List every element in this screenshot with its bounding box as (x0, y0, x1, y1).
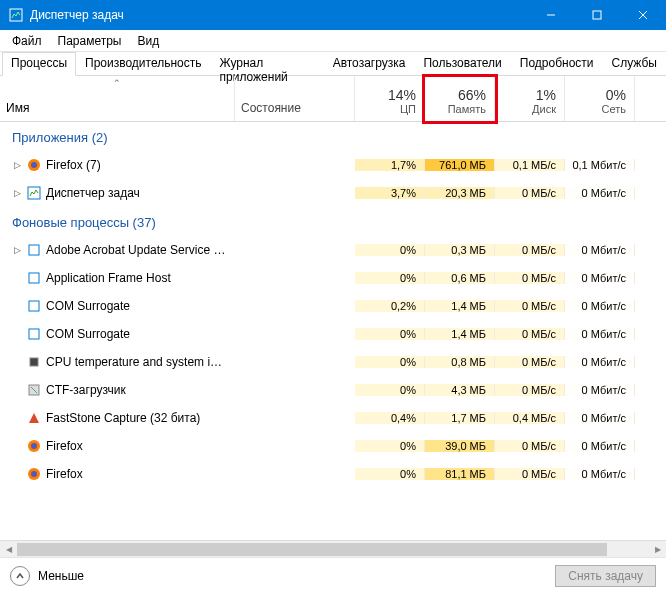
footer: Меньше Снять задачу (0, 557, 666, 593)
cpu-val: 0% (355, 468, 425, 480)
net-label: Сеть (602, 103, 626, 115)
disk-label: Диск (532, 103, 556, 115)
mem-val: 1,7 МБ (425, 412, 495, 424)
col-state-header[interactable]: Состояние (235, 76, 355, 121)
tab-processes[interactable]: Процессы (2, 52, 76, 76)
col-net-header[interactable]: 0% Сеть (565, 76, 635, 121)
net-val: 0 Мбит/с (565, 300, 635, 312)
faststone-icon (26, 410, 42, 426)
taskmgr-icon (8, 7, 24, 23)
cpu-total-pct: 14% (388, 87, 416, 103)
tab-app-history[interactable]: Журнал приложений (211, 52, 324, 75)
generic-app-icon (26, 270, 42, 286)
horizontal-scrollbar[interactable]: ◀ ▶ (0, 540, 666, 557)
col-state-label: Состояние (241, 101, 301, 115)
mem-val: 0,6 МБ (425, 272, 495, 284)
disk-val: 0 МБ/с (495, 244, 565, 256)
net-val: 0 Мбит/с (565, 384, 635, 396)
tab-performance[interactable]: Производительность (76, 52, 210, 75)
process-name: Firefox (46, 439, 83, 453)
cpu-val: 0% (355, 384, 425, 396)
net-val: 0 Мбит/с (565, 468, 635, 480)
disk-val: 0 МБ/с (495, 300, 565, 312)
col-name-header[interactable]: ⌃ Имя (0, 76, 235, 121)
process-name: Firefox (7) (46, 158, 101, 172)
tab-startup[interactable]: Автозагрузка (324, 52, 415, 75)
disk-val: 0,1 МБ/с (495, 159, 565, 171)
row-com2[interactable]: ▷ COM Surrogate 0% 1,4 МБ 0 МБ/с 0 Мбит/… (0, 320, 666, 348)
cpu-val: 0% (355, 356, 425, 368)
expander-icon[interactable]: ▷ (12, 245, 22, 255)
row-firefox-a[interactable]: ▷ Firefox 0% 39,0 МБ 0 МБ/с 0 Мбит/с (0, 432, 666, 460)
row-appframe[interactable]: ▷ Application Frame Host 0% 0,6 МБ 0 МБ/… (0, 264, 666, 292)
disk-val: 0,4 МБ/с (495, 412, 565, 424)
firefox-icon (26, 438, 42, 454)
expander-icon[interactable]: ▷ (12, 160, 22, 170)
taskmgr-app-icon (26, 185, 42, 201)
svg-point-16 (31, 443, 37, 449)
col-memory-header[interactable]: 66% Память (425, 76, 495, 121)
expander-icon[interactable]: ▷ (12, 188, 22, 198)
row-cputemp[interactable]: ▷ CPU temperature and system in... 0% 0,… (0, 348, 666, 376)
disk-val: 0 МБ/с (495, 468, 565, 480)
col-name-label: Имя (6, 101, 29, 115)
menubar: Файл Параметры Вид (0, 30, 666, 52)
tab-users[interactable]: Пользователи (414, 52, 510, 75)
svg-rect-2 (593, 11, 601, 19)
row-taskmgr[interactable]: ▷ Диспетчер задач 3,7% 20,3 МБ 0 МБ/с 0 … (0, 179, 666, 207)
column-headers: ⌃ Имя Состояние 14% ЦП 66% Память 1% Дис… (0, 76, 666, 122)
firefox-icon (26, 157, 42, 173)
row-com1[interactable]: ▷ COM Surrogate 0,2% 1,4 МБ 0 МБ/с 0 Мби… (0, 292, 666, 320)
net-val: 0 Мбит/с (565, 356, 635, 368)
row-acrobat[interactable]: ▷ Adobe Acrobat Update Service (... 0% 0… (0, 236, 666, 264)
net-val: 0 Мбит/с (565, 440, 635, 452)
fewer-details-button[interactable] (10, 566, 30, 586)
cpu-val: 0% (355, 244, 425, 256)
menu-file[interactable]: Файл (4, 32, 50, 50)
row-firefox7[interactable]: ▷ Firefox (7) 1,7% 761,0 МБ 0,1 МБ/с 0,1… (0, 151, 666, 179)
col-disk-header[interactable]: 1% Диск (495, 76, 565, 121)
scrollbar-track[interactable] (17, 541, 649, 558)
cpu-val: 0,4% (355, 412, 425, 424)
mem-val: 81,1 МБ (425, 468, 495, 480)
disk-val: 0 МБ/с (495, 384, 565, 396)
mem-val: 39,0 МБ (425, 440, 495, 452)
close-button[interactable] (620, 0, 666, 30)
memory-label: Память (448, 103, 486, 115)
row-firefox-b[interactable]: ▷ Firefox 0% 81,1 МБ 0 МБ/с 0 Мбит/с (0, 460, 666, 488)
disk-val: 0 МБ/с (495, 440, 565, 452)
disk-val: 0 МБ/с (495, 356, 565, 368)
disk-val: 0 МБ/с (495, 328, 565, 340)
net-val: 0 Мбит/с (565, 412, 635, 424)
net-val: 0 Мбит/с (565, 328, 635, 340)
row-ctf[interactable]: ▷ CTF-загрузчик 0% 4,3 МБ 0 МБ/с 0 Мбит/… (0, 376, 666, 404)
net-total-pct: 0% (606, 87, 626, 103)
row-faststone[interactable]: ▷ FastStone Capture (32 бита) 0,4% 1,7 М… (0, 404, 666, 432)
process-name: Диспетчер задач (46, 186, 140, 200)
scroll-left-arrow[interactable]: ◀ (0, 541, 17, 558)
process-name: CTF-загрузчик (46, 383, 126, 397)
tab-details[interactable]: Подробности (511, 52, 603, 75)
svg-point-18 (31, 471, 37, 477)
menu-view[interactable]: Вид (129, 32, 167, 50)
minimize-button[interactable] (528, 0, 574, 30)
scroll-right-arrow[interactable]: ▶ (649, 541, 666, 558)
col-cpu-header[interactable]: 14% ЦП (355, 76, 425, 121)
tab-services[interactable]: Службы (603, 52, 666, 75)
scrollbar-thumb[interactable] (17, 543, 607, 556)
generic-app-icon (26, 242, 42, 258)
mem-val: 4,3 МБ (425, 384, 495, 396)
memory-total-pct: 66% (458, 87, 486, 103)
menu-params[interactable]: Параметры (50, 32, 130, 50)
process-list[interactable]: Приложения (2) ▷ Firefox (7) 1,7% 761,0 … (0, 122, 666, 540)
group-apps: Приложения (2) (0, 122, 666, 151)
end-task-button[interactable]: Снять задачу (555, 565, 656, 587)
generic-app-icon (26, 326, 42, 342)
maximize-button[interactable] (574, 0, 620, 30)
firefox-icon (26, 466, 42, 482)
mem-val: 0,3 МБ (425, 244, 495, 256)
cpu-val: 0,2% (355, 300, 425, 312)
mem-val: 0,8 МБ (425, 356, 495, 368)
cpu-val: 0% (355, 328, 425, 340)
cpu-temp-icon (26, 354, 42, 370)
